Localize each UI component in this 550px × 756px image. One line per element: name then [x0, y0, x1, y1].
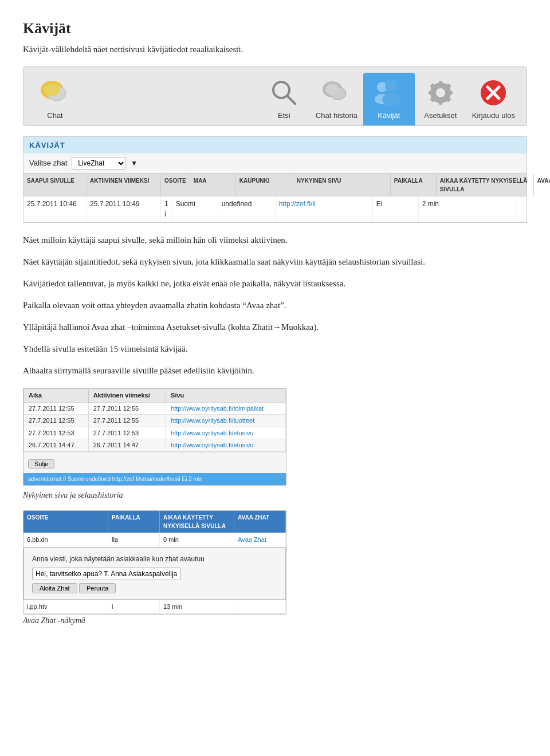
- row-aikaa: 2 min: [419, 196, 516, 222]
- history-cell-aktiivinen: 27.7.2011 12:55: [88, 402, 166, 415]
- toolbar-label-kavijat: Kävijät: [378, 111, 400, 120]
- avaa-zhat-row2-paikalla: i: [108, 600, 160, 614]
- svg-point-10: [385, 80, 398, 92]
- zhat-dropdown[interactable]: LiveZhat: [72, 157, 126, 170]
- avaa-zhat-row2-avaa: [234, 600, 286, 614]
- page-title: Kävijät: [23, 17, 527, 40]
- avaa-zhat-col-avaa: AVAA ZHAT: [234, 511, 286, 533]
- toolbar-btn-kirjaudu-ulos[interactable]: Kirjaudu ulos: [466, 73, 521, 125]
- history-col-aika: Aika: [24, 389, 89, 403]
- list-item: 27.7.2011 12:55 27.7.2011 12:55 http://w…: [24, 402, 286, 415]
- col-paikalla: PAIKALLA: [391, 174, 437, 196]
- col-saapui: SAAPUI SIVULLE: [23, 174, 87, 196]
- row-aktiivinen: 25.7.2011 10:49: [87, 196, 161, 222]
- svg-point-11: [382, 93, 400, 106]
- avaa-zhat-col-osoite: OSOITE: [23, 511, 108, 533]
- dropdown-arrow: ▼: [131, 158, 138, 168]
- history-caption: Nykyinen sivu ja selaushistoria: [23, 489, 527, 501]
- kavijat-controls: Valitse zhat LiveZhat ▼: [23, 153, 527, 174]
- body-text-p3: Kävijätiedot tallentuvat, ja myös kaikki…: [23, 277, 527, 290]
- svg-point-2: [44, 84, 60, 96]
- dialog-message-label: Anna viesti, joka näytetään asiakkaalle …: [32, 554, 277, 564]
- body-text-p5: Ylläpitäjä hallinnoi Avaa zhat –toiminto…: [23, 320, 527, 334]
- col-aikaa: AIKAA KÄYTETTY NYKYISELLÄ SIVULLA: [437, 174, 534, 196]
- col-osoite: OSOITE: [161, 174, 190, 196]
- toolbar-btn-chat-historia[interactable]: Chat historia: [310, 73, 363, 125]
- col-kaupunki: KAUPUNKI: [236, 174, 293, 196]
- kavijat-table-header: SAAPUI SIVULLE AKTIIVINEN VIIMEKSI OSOIT…: [23, 174, 527, 196]
- list-item: 27.7.2011 12:53 27.7.2011 12:53 http://w…: [24, 427, 286, 439]
- avaa-zhat-row2-osoite: i.pp.htv: [23, 600, 108, 614]
- cancel-button[interactable]: Peruuta: [79, 583, 116, 593]
- avaa-zhat-row2-aikaa: 13 min: [160, 600, 234, 614]
- svg-point-13: [436, 88, 445, 97]
- body-text-p7: Alhaalta siirtymällä seuraaville sivuill…: [23, 364, 527, 377]
- kirjaudu-ulos-icon: [478, 77, 509, 108]
- valitse-zhat-label: Valitse zhat: [29, 158, 67, 169]
- col-maa: MAA: [190, 174, 236, 196]
- avaa-zhat-dialog-popup: Anna viesti, joka näytetään asiakkaalle …: [23, 548, 286, 600]
- toolbar-btn-asetukset[interactable]: Asetukset: [415, 73, 466, 125]
- history-cell-sivu[interactable]: http://www.oyritysab.fi/etusivu: [166, 427, 286, 439]
- list-item: 26.7.2011 14:47 26.7.2011 14:47 http://w…: [24, 439, 286, 452]
- kavijat-icon: [374, 77, 404, 108]
- toolbar-label-asetukset: Asetukset: [424, 111, 457, 120]
- toolbar-btn-kavijat[interactable]: Kävijät: [363, 73, 415, 125]
- chat-icon: [40, 77, 70, 108]
- avaa-zhat-row1-paikalla: lla: [108, 533, 160, 547]
- toolbar-btn-etsi[interactable]: Etsi: [258, 73, 310, 125]
- toolbar-label-kirjaudu-ulos: Kirjaudu ulos: [472, 111, 515, 120]
- history-col-sivu: Sivu: [166, 389, 286, 403]
- history-cell-aika: 27.7.2011 12:55: [24, 402, 89, 415]
- kavijat-panel-header: KÄVIJÄT: [23, 137, 527, 154]
- row-osoite: 1i: [161, 196, 172, 222]
- dialog-message-input[interactable]: [32, 568, 181, 580]
- table-row: 25.7.2011 10:46 25.7.2011 10:49 1i Suomi…: [23, 196, 527, 222]
- svg-rect-17: [448, 91, 453, 94]
- history-bottom-info: adverinternet.fi Suomi undefined http://…: [23, 473, 286, 485]
- svg-rect-15: [439, 100, 442, 105]
- row-paikalla: Ei: [373, 196, 419, 222]
- etsi-icon: [269, 77, 300, 108]
- close-button[interactable]: Sulje: [28, 459, 54, 468]
- history-cell-aika: 26.7.2011 14:47: [24, 439, 89, 452]
- toolbar-label-etsi: Etsi: [278, 111, 290, 120]
- toolbar-label-chat-historia: Chat historia: [316, 111, 358, 120]
- svg-rect-14: [439, 81, 442, 85]
- body-text-p2: Näet käyttäjän sijaintitiedot, sekä nyky…: [23, 255, 527, 269]
- svg-rect-16: [429, 91, 433, 94]
- history-cell-aktiivinen: 26.7.2011 14:47: [88, 439, 166, 452]
- body-text-p1: Näet milloin käyttäjä saapui sivulle, se…: [23, 233, 527, 247]
- asetukset-icon: [425, 77, 456, 108]
- avaa-zhat-dialog: OSOITE PAIKALLA AIKAA KÄYTETTY NYKYISELL…: [23, 510, 286, 615]
- body-text-p6: Yhdellä sivulla esitetään 15 viimeisintä…: [23, 342, 527, 356]
- history-cell-sivu[interactable]: http://www.oyritysab.fi/tuotteet: [166, 415, 286, 427]
- row-kaupunki: undefined: [218, 196, 276, 222]
- page-subtitle: Kävijät-välilehdeltä näet nettisivusi kä…: [23, 43, 527, 56]
- body-text-p4: Paikalla olevaan voit ottaa yhteyden ava…: [23, 298, 527, 312]
- history-screenshot-box: Aika Aktiivinen viimeksi Sivu 27.7.2011 …: [23, 388, 286, 486]
- col-avaa: AVAA ZHAT: [534, 174, 550, 196]
- row-nykyinen[interactable]: http://zef.fi/li: [276, 196, 373, 222]
- kavijat-panel: KÄVIJÄT Valitse zhat LiveZhat ▼ SAAPUI S…: [23, 136, 527, 223]
- history-cell-sivu[interactable]: http://www.oyritysab.fi/etusivu: [166, 439, 286, 452]
- confirm-zhat-button[interactable]: Aloita Zhat: [32, 583, 77, 593]
- avaa-zhat-row-1: 6.bb.dn lla 0 min Avaa Zhat: [23, 533, 286, 548]
- svg-line-4: [287, 96, 295, 104]
- svg-point-7: [325, 84, 339, 95]
- col-nykyinen: NYKYINEN SIVU: [293, 174, 391, 196]
- history-cell-aktiivinen: 27.7.2011 12:55: [88, 415, 166, 427]
- row-maa: Suomi: [172, 196, 218, 222]
- avaa-zhat-row1-osoite: 6.bb.dn: [23, 533, 108, 547]
- history-cell-sivu[interactable]: http://www.oyritysab.fi/toimipalkat: [166, 402, 286, 415]
- history-col-aktiivinen: Aktiivinen viimeksi: [88, 389, 166, 403]
- history-table: Aika Aktiivinen viimeksi Sivu 27.7.2011 …: [23, 388, 286, 452]
- chat-historia-icon: [321, 77, 352, 108]
- toolbar-btn-chat[interactable]: Chat: [29, 73, 81, 125]
- avaa-zhat-col-paikalla: PAIKALLA: [108, 511, 160, 533]
- avaa-zhat-caption: Avaa Zhat -näkymä: [23, 615, 527, 627]
- avaa-zhat-col-aikaa: AIKAA KÄYTETTY NYKYISELLÄ SIVULLA: [160, 511, 234, 533]
- history-cell-aika: 27.7.2011 12:55: [24, 415, 89, 427]
- list-item: 27.7.2011 12:55 27.7.2011 12:55 http://w…: [24, 415, 286, 427]
- avaa-zhat-row1-avaa[interactable]: Avaa Zhat: [234, 533, 286, 547]
